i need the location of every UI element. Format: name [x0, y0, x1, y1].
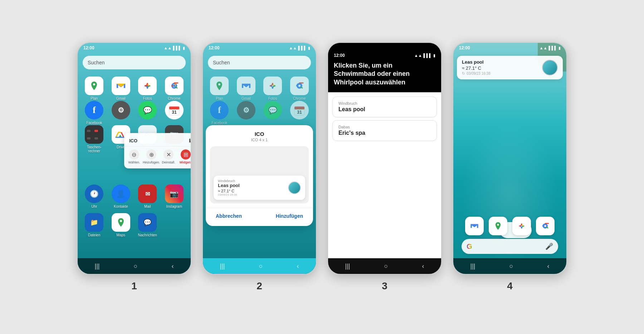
- add-widget-button[interactable]: Hinzufügen: [273, 212, 306, 220]
- widget-subtitle: ICO 4 x 1: [211, 138, 307, 142]
- app-contacts[interactable]: 👤 Kontakte: [109, 185, 133, 208]
- app-chrome[interactable]: Chrome: [162, 77, 187, 100]
- app-facebook[interactable]: f Facebook: [82, 101, 107, 125]
- app-settings[interactable]: ⚙: [109, 101, 133, 125]
- widget-picker-header: ICO ICO 4 x 1: [206, 125, 313, 142]
- nav-home[interactable]: ○: [134, 262, 138, 270]
- app-whatsapp[interactable]: 💬: [135, 101, 160, 125]
- app-photos[interactable]: Fotos: [135, 77, 160, 100]
- svg-rect-8: [169, 107, 179, 109]
- wifi-icon-2: ▲▲: [289, 46, 297, 50]
- app2-photos: Fotos: [260, 77, 285, 100]
- nav4-back[interactable]: ‹: [547, 262, 549, 270]
- app-calendar[interactable]: 31: [162, 101, 187, 125]
- dock-gmail[interactable]: [465, 217, 484, 235]
- pool-item-1[interactable]: Windbruch Leas pool: [332, 97, 437, 117]
- context-menu: ICO ℹ ⊖ Wählen. ⊕ Hinzufügen. ✕ Deinstal…: [124, 133, 191, 168]
- pool1-location: Windbruch: [338, 101, 431, 105]
- nav2-back[interactable]: ‹: [297, 262, 299, 270]
- widget-title: ICO: [211, 131, 307, 137]
- selection-screen: 12:00 ▲▲ ▌▌▌ ▮ Klicken Sie, um ein Schwi…: [328, 43, 441, 274]
- dock-photos[interactable]: [512, 217, 531, 235]
- context-info-icon: ℹ: [189, 138, 191, 143]
- ctx-action-select[interactable]: ⊖ Wählen.: [126, 149, 143, 164]
- widget-temp: ≈ 27.1° C: [218, 189, 240, 193]
- phone-number-3: 3: [382, 280, 387, 292]
- app-files[interactable]: 📁 Dateien: [82, 213, 107, 237]
- phone-number-4: 4: [507, 280, 513, 292]
- svg-rect-19: [294, 107, 304, 109]
- nav3-back[interactable]: ‹: [422, 262, 424, 270]
- phone-number-1: 1: [131, 280, 137, 292]
- signal-icon-2: ▌▌▌: [298, 46, 307, 50]
- widget-poolname: Leas pool: [218, 183, 240, 188]
- dock-maps[interactable]: [489, 217, 507, 235]
- app-instagram[interactable]: 📷 Instagram: [162, 185, 187, 208]
- nav-bar-1: ||| ○ ‹: [78, 258, 191, 274]
- selection-body: Windbruch Leas pool Dabas Eric's spa: [328, 92, 441, 257]
- signal-icon-3: ▌▌▌: [424, 53, 432, 58]
- selection-title: Klicken Sie, um ein Schwimmbad oder eine…: [334, 62, 435, 87]
- app2-gmail: Gmail: [234, 77, 259, 100]
- status-bar-1: 12:00 ▲▲ ▌▌▌ ▮: [78, 43, 191, 53]
- phone-1: 12:00 ▲▲ ▌▌▌ ▮ Suchen Plan: [77, 42, 191, 275]
- app-googlemaps[interactable]: Maps: [109, 213, 133, 237]
- search-bar-2[interactable]: Suchen: [208, 56, 311, 69]
- status-icons-2: ▲▲ ▌▌▌ ▮: [289, 46, 310, 50]
- widget-card-right: [288, 181, 301, 194]
- ctx-action-add[interactable]: ⊕ Hinzufügen.: [143, 149, 160, 164]
- nav-back[interactable]: ‹: [171, 262, 174, 270]
- nav3-recent[interactable]: |||: [345, 262, 350, 270]
- status-bar-4: 12:00 ▲▲ ▌▌▌ ▮: [453, 43, 566, 53]
- svg-text:31: 31: [297, 110, 302, 115]
- widget-info: Leas pool ≈ 27.1° C ↻ 03/09/23 16:38: [462, 59, 491, 76]
- app-calculator[interactable]: Taschen-rechner: [82, 125, 107, 153]
- widget-card-homescreen[interactable]: Leas pool ≈ 27.1° C ↻ 03/09/23 16:38: [457, 56, 563, 79]
- svg-point-14: [266, 79, 279, 92]
- app-empty: [162, 213, 187, 237]
- svg-point-23: [516, 220, 527, 232]
- app-mail[interactable]: ✉ Mail: [135, 185, 160, 208]
- app2-chrome: Chrome: [287, 77, 312, 100]
- status-time-3: 12:00: [334, 53, 345, 58]
- pool2-location: Dabas: [338, 125, 431, 129]
- nav4-home[interactable]: ○: [509, 262, 513, 270]
- search-label-2: Suchen: [213, 60, 230, 65]
- google-search-bar[interactable]: G 🎤: [462, 239, 558, 254]
- status-bar-3: 12:00 ▲▲ ▌▌▌ ▮: [334, 53, 435, 58]
- app-messages[interactable]: 💬 Nachrichten: [135, 213, 160, 237]
- ctx-action-widgets[interactable]: ⊞ Widgets: [177, 149, 191, 164]
- nav-recent[interactable]: |||: [95, 262, 100, 270]
- nav4-recent[interactable]: |||: [470, 262, 475, 270]
- pool-item-2[interactable]: Dabas Eric's spa: [332, 120, 437, 141]
- cancel-button[interactable]: Abbrechen: [213, 212, 245, 220]
- search-bar-1[interactable]: Suchen: [83, 56, 186, 69]
- widget-pool-date: 03/09/23 16:38: [467, 72, 491, 75]
- widget-picker-actions: Abbrechen Hinzufügen: [206, 208, 313, 226]
- widget-location: Windebruch: [218, 179, 240, 183]
- phone-wrapper-2: 12:00 ▲▲ ▌▌▌ ▮ Suchen Plan: [202, 42, 317, 292]
- wifi-icon: ▲▲: [164, 46, 172, 50]
- dock-area: G 🎤: [453, 217, 566, 254]
- ctx-action-uninstall[interactable]: ✕ Deinstall.: [160, 149, 177, 164]
- svg-text:31: 31: [172, 110, 177, 115]
- dock-chrome[interactable]: [536, 217, 555, 235]
- app-gmail[interactable]: Gmail: [109, 77, 133, 100]
- nav2-home[interactable]: ○: [259, 262, 263, 270]
- pool1-name: Leas pool: [338, 106, 431, 113]
- app-maps[interactable]: Plan: [82, 77, 107, 100]
- battery-icon-3: ▮: [433, 53, 435, 58]
- widget-card-left: Windebruch Leas pool ≈ 27.1° C 03/09/23 …: [218, 179, 240, 196]
- nav2-recent[interactable]: |||: [220, 262, 225, 270]
- wifi-icon-3: ▲▲: [414, 53, 422, 58]
- widget-date: 03/09/23 16:38: [218, 193, 240, 196]
- app-clock[interactable]: 🕐 Uhr: [82, 185, 107, 208]
- sync-icon: ↻: [462, 71, 465, 76]
- widget-preview-area: Windebruch Leas pool ≈ 27.1° C 03/09/23 …: [210, 146, 309, 203]
- nav3-home[interactable]: ○: [384, 262, 388, 270]
- battery-icon: ▮: [183, 46, 185, 50]
- microphone-icon[interactable]: 🎤: [545, 242, 553, 250]
- status-icons-1: ▲▲ ▌▌▌ ▮: [164, 46, 185, 50]
- phone-3: 12:00 ▲▲ ▌▌▌ ▮ Klicken Sie, um ein Schwi…: [327, 42, 442, 275]
- battery-icon-2: ▮: [308, 46, 310, 50]
